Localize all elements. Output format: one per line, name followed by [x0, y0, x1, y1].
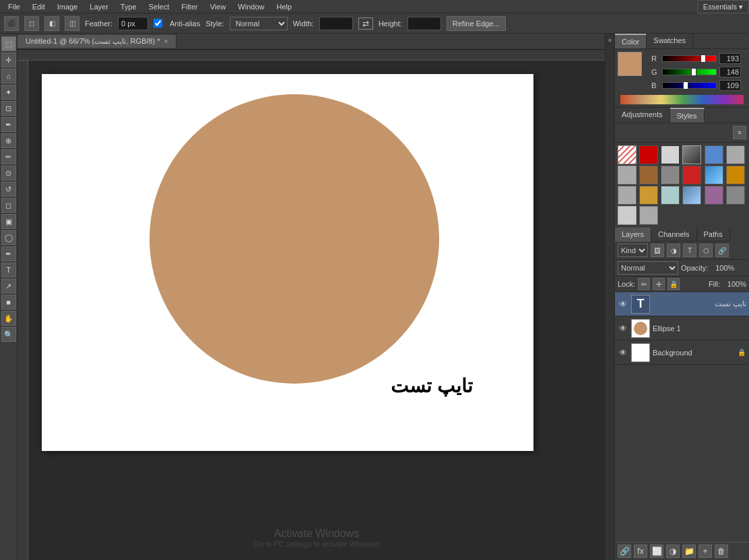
style-swatch-10[interactable] [705, 166, 723, 184]
menu-file[interactable]: File [3, 1, 26, 12]
g-slider-track[interactable] [662, 69, 717, 75]
style-swatch-15[interactable] [682, 186, 701, 205]
fill-value[interactable]: 100% [723, 280, 746, 288]
blend-mode-select[interactable]: Normal Multiply Screen [618, 261, 678, 275]
layer-item-2[interactable]: 👁 Background 🔒 [615, 341, 749, 365]
style-swatch-3[interactable] [682, 145, 701, 164]
tool-eraser[interactable]: ◻ [1, 198, 16, 213]
height-input[interactable] [408, 17, 441, 30]
menu-filter[interactable]: Filter [176, 1, 203, 12]
lock-move-btn[interactable]: ✛ [653, 278, 665, 290]
essentials-button[interactable]: Essentials ▾ [697, 0, 749, 13]
tool-clone[interactable]: ⊙ [1, 166, 16, 180]
layer-group-btn[interactable]: 📁 [682, 545, 696, 558]
style-swatch-18[interactable] [618, 206, 637, 225]
tool-lasso[interactable]: ⌂ [1, 69, 16, 83]
menu-type[interactable]: Type [115, 1, 142, 12]
tool-gradient[interactable]: ▣ [1, 214, 16, 229]
style-swatch-17[interactable] [726, 186, 745, 205]
tool-icon-2[interactable]: ◻ [24, 16, 39, 31]
tool-marquee[interactable]: ⬚ [1, 36, 16, 51]
color-swatch-large[interactable] [618, 52, 642, 76]
layer-item-0[interactable]: 👁 T تایپ تست [615, 292, 749, 316]
style-swatch-7[interactable] [639, 166, 658, 184]
tool-zoom[interactable]: 🔍 [1, 327, 16, 342]
layer-adj-btn[interactable]: ◑ [666, 545, 680, 558]
tool-heal[interactable]: ⊕ [1, 133, 16, 148]
lock-all-btn[interactable]: 🔒 [667, 278, 680, 290]
panel-collapse-button[interactable]: « [605, 34, 614, 560]
style-swatch-0[interactable] [618, 145, 637, 164]
menu-image[interactable]: Image [52, 1, 84, 12]
style-swatch-12[interactable] [618, 186, 637, 205]
canvas-container[interactable]: تایپ تست Activate Windows Go to PC setti… [28, 61, 605, 560]
tool-shape[interactable]: ■ [1, 295, 16, 310]
refine-edge-button[interactable]: Refine Edge... [447, 16, 506, 31]
width-input[interactable] [319, 17, 353, 30]
layer-kind-select[interactable]: Kind [618, 244, 648, 257]
style-swatch-14[interactable] [661, 186, 680, 205]
antialias-checkbox[interactable] [154, 19, 162, 28]
tool-icon-1[interactable]: ⬛ [4, 16, 19, 31]
feather-input[interactable] [118, 17, 148, 30]
opacity-value[interactable]: 100% [711, 264, 734, 272]
tab-layers[interactable]: Layers [615, 228, 651, 242]
tool-history-brush[interactable]: ↺ [1, 182, 16, 197]
layer-visibility-0[interactable]: 👁 [618, 299, 628, 310]
tool-eyedropper[interactable]: ✒ [1, 117, 16, 132]
r-slider-thumb[interactable] [701, 55, 706, 63]
tool-magic-wand[interactable]: ✦ [1, 85, 16, 100]
document-tab[interactable]: Untitled-1 @ 66/7% (تایپ تست, RGB/8) * × [18, 35, 176, 48]
layer-filter-smart-btn[interactable]: 🔗 [715, 244, 729, 257]
style-swatch-2[interactable] [661, 145, 680, 164]
layer-filter-adj-btn[interactable]: ◑ [667, 244, 680, 257]
tab-channels[interactable]: Channels [651, 228, 696, 242]
menu-help[interactable]: Help [271, 1, 297, 12]
layer-filter-type-btn[interactable]: T [683, 244, 696, 257]
layer-style-btn[interactable]: fx [634, 545, 647, 558]
tool-icon-3[interactable]: ◧ [44, 16, 59, 31]
style-swatch-13[interactable] [639, 186, 658, 205]
styles-menu-btn[interactable]: ≡ [733, 126, 746, 139]
menu-window[interactable]: Window [232, 1, 269, 12]
layer-filter-pixel-btn[interactable]: 🖼 [651, 244, 664, 257]
r-value-input[interactable] [719, 53, 741, 64]
layer-link-btn[interactable]: 🔗 [618, 545, 631, 558]
tool-hand[interactable]: ✋ [1, 311, 16, 326]
tool-path[interactable]: ↗ [1, 279, 16, 293]
layer-visibility-2[interactable]: 👁 [618, 347, 628, 358]
style-swatch-1[interactable] [639, 145, 658, 164]
layer-item-1[interactable]: 👁 Ellipse 1 [615, 316, 749, 341]
layer-mask-btn[interactable]: ⬜ [650, 545, 663, 558]
tool-move[interactable]: ✛ [1, 53, 16, 67]
b-slider-thumb[interactable] [683, 81, 688, 90]
tool-pen[interactable]: ✒ [1, 246, 16, 261]
menu-layer[interactable]: Layer [84, 1, 114, 12]
tab-close-button[interactable]: × [164, 38, 168, 45]
layer-filter-shape-btn[interactable]: ⬡ [699, 244, 713, 257]
r-slider-track[interactable] [662, 55, 717, 62]
menu-select[interactable]: Select [143, 1, 175, 12]
tool-icon-4[interactable]: ◫ [65, 16, 79, 31]
tool-brush[interactable]: ✏ [1, 149, 16, 164]
tab-styles[interactable]: Styles [670, 108, 705, 123]
style-swatch-6[interactable] [618, 166, 637, 184]
layer-delete-btn[interactable]: 🗑 [715, 545, 728, 558]
layer-visibility-1[interactable]: 👁 [618, 323, 628, 334]
menu-edit[interactable]: Edit [27, 1, 51, 12]
style-swatch-8[interactable] [661, 166, 680, 184]
g-value-input[interactable] [719, 67, 741, 77]
tab-color[interactable]: Color [615, 34, 647, 48]
style-swatch-9[interactable] [682, 166, 701, 184]
tab-paths[interactable]: Paths [697, 228, 730, 242]
b-value-input[interactable] [719, 80, 741, 91]
tool-type[interactable]: T [1, 262, 16, 277]
b-slider-track[interactable] [662, 82, 717, 89]
layer-new-btn[interactable]: + [698, 545, 712, 558]
tab-swatches[interactable]: Swatches [647, 34, 693, 48]
style-select[interactable]: Normal Fixed Ratio Fixed Size [230, 17, 288, 30]
tool-dodge[interactable]: ◯ [1, 230, 16, 245]
swap-button[interactable]: ⇄ [358, 18, 373, 30]
style-swatch-4[interactable] [705, 145, 723, 164]
style-swatch-5[interactable] [726, 145, 745, 164]
